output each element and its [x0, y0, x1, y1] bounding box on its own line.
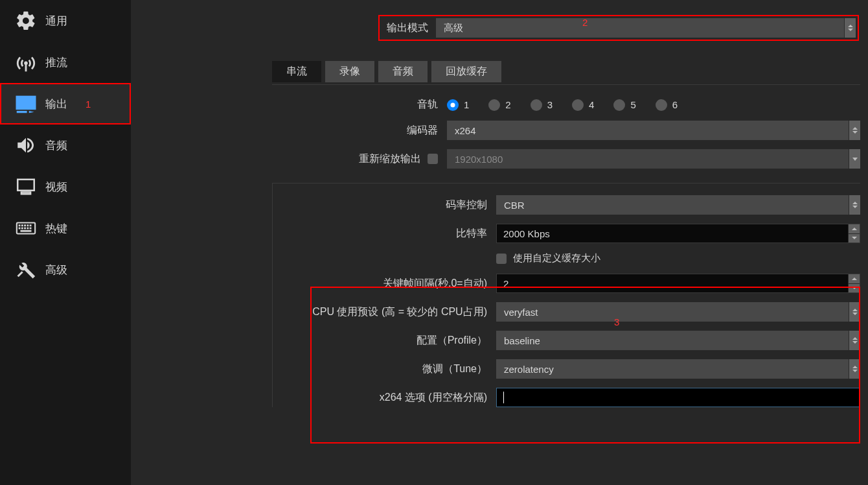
sidebar-item-label: 视频	[45, 180, 67, 195]
x264opts-label: x264 选项 (用空格分隔)	[273, 391, 496, 405]
rescale-row: 重新缩放输出 1920x1080	[272, 149, 860, 169]
profile-label: 配置（Profile）	[273, 334, 496, 348]
rescale-resolution-select[interactable]: 1920x1080	[447, 149, 860, 169]
sidebar-item-label: 音频	[45, 138, 67, 153]
output-mode-select[interactable]: 高级 2	[436, 18, 856, 38]
track-radio-6[interactable]: 6	[656, 99, 678, 111]
radio-icon	[488, 99, 500, 111]
encoder-label: 编码器	[272, 124, 447, 137]
radio-icon	[613, 99, 625, 111]
profile-select[interactable]: baseline	[496, 331, 860, 350]
dropdown-arrow-icon	[849, 359, 860, 379]
sidebar-item-label: 通用	[45, 14, 67, 29]
svg-rect-4	[24, 224, 26, 226]
tab-audio[interactable]: 音频	[378, 61, 428, 82]
monitor-icon	[13, 174, 39, 200]
profile-row: 配置（Profile） baseline	[273, 331, 860, 350]
annotation-3: 3	[614, 316, 619, 327]
sidebar-item-audio[interactable]: 音频	[0, 124, 131, 166]
annotation-1: 1	[86, 99, 91, 110]
rate-control-select[interactable]: CBR	[496, 195, 860, 215]
rate-control-row: 码率控制 CBR	[273, 195, 860, 215]
keyframe-input[interactable]: 2	[496, 274, 860, 293]
audio-track-label: 音轨	[272, 98, 447, 112]
svg-rect-5	[27, 224, 29, 226]
dropdown-arrow-icon	[849, 331, 860, 350]
bitrate-label: 比特率	[273, 227, 496, 241]
dropdown-arrow-icon	[844, 18, 856, 38]
rescale-checkbox[interactable]	[428, 154, 438, 164]
radio-icon	[531, 99, 542, 111]
output-mode-label: 输出模式	[382, 21, 436, 35]
svg-rect-9	[24, 228, 26, 230]
rate-control-label: 码率控制	[273, 198, 496, 212]
encoder-select[interactable]: x264	[447, 121, 860, 140]
output-tabs: 串流 录像 音频 回放缓存	[272, 61, 501, 82]
tab-recording[interactable]: 录像	[325, 61, 374, 82]
sidebar-item-output[interactable]: 输出 1	[0, 83, 131, 124]
bitrate-input[interactable]: 2000 Kbps	[496, 224, 860, 243]
sidebar-item-stream[interactable]: 推流	[0, 41, 131, 83]
svg-rect-7	[19, 228, 21, 230]
main-panel: 输出模式 高级 2 串流 录像 音频 回放缓存 音轨 1 2 3 4 5	[131, 0, 868, 485]
output-mode-value: 高级	[444, 22, 463, 34]
cpu-preset-row: CPU 使用预设 (高 = 较少的 CPU占用) veryfast	[273, 302, 860, 322]
tab-streaming[interactable]: 串流	[272, 61, 321, 82]
bitrate-row: 比特率 2000 Kbps	[273, 224, 860, 243]
keyframe-row: 关键帧间隔(秒,0=自动) 2	[273, 274, 860, 293]
radio-icon	[447, 99, 459, 111]
tune-label: 微调（Tune）	[273, 362, 496, 376]
keyframe-label: 关键帧间隔(秒,0=自动)	[273, 277, 496, 290]
track-radio-3[interactable]: 3	[531, 99, 553, 111]
dropdown-arrow-icon	[849, 149, 860, 169]
svg-rect-8	[21, 228, 23, 230]
x264opts-input[interactable]	[496, 388, 860, 407]
encoder-settings-panel: 码率控制 CBR 比特率 2000 Kbps	[272, 183, 860, 407]
sidebar-item-label: 高级	[45, 263, 67, 278]
sidebar-item-general[interactable]: 通用	[0, 0, 131, 41]
sidebar-item-label: 热键	[45, 221, 67, 236]
track-radio-1[interactable]: 1	[447, 99, 469, 111]
x264opts-row: x264 选项 (用空格分隔)	[273, 388, 860, 407]
dropdown-arrow-icon	[849, 195, 860, 215]
annotation-2: 2	[582, 17, 588, 28]
sidebar-item-video[interactable]: 视频	[0, 166, 131, 207]
text-cursor-icon	[503, 392, 504, 403]
audio-track-row: 音轨 1 2 3 4 5 6	[272, 98, 860, 112]
streaming-settings: 音轨 1 2 3 4 5 6 编码器 x264	[272, 84, 860, 416]
sidebar: 通用 推流 输出 1 音频 视频	[0, 0, 131, 485]
custom-buffer-checkbox[interactable]	[496, 254, 507, 264]
svg-rect-10	[27, 228, 29, 230]
rescale-label: 重新缩放输出	[272, 152, 447, 166]
tab-replay-buffer[interactable]: 回放缓存	[431, 61, 501, 82]
svg-rect-11	[30, 228, 32, 230]
track-radio-2[interactable]: 2	[488, 99, 510, 111]
spinner-arrows-icon[interactable]	[848, 224, 860, 242]
track-radio-5[interactable]: 5	[613, 99, 635, 111]
track-radio-4[interactable]: 4	[572, 99, 594, 111]
cpu-preset-select[interactable]: veryfast	[496, 302, 860, 322]
output-mode-row: 输出模式 高级 2	[378, 15, 859, 41]
radio-icon	[656, 99, 667, 111]
custom-buffer-label: 使用自定义缓存大小	[513, 252, 600, 265]
speaker-icon	[13, 132, 39, 158]
sidebar-item-label: 输出	[45, 97, 67, 112]
tools-icon	[13, 257, 39, 283]
svg-rect-2	[19, 224, 21, 226]
dropdown-arrow-icon	[849, 302, 860, 322]
svg-rect-12	[21, 230, 32, 232]
dropdown-arrow-icon	[849, 121, 860, 140]
cpu-preset-label: CPU 使用预设 (高 = 较少的 CPU占用)	[273, 305, 496, 319]
radio-icon	[572, 99, 584, 111]
spinner-arrows-icon[interactable]	[848, 274, 860, 292]
antenna-icon	[13, 49, 39, 75]
gear-icon	[13, 8, 39, 34]
svg-rect-3	[21, 224, 23, 226]
sidebar-item-hotkeys[interactable]: 热键	[0, 207, 131, 249]
tune-select[interactable]: zerolatency	[496, 359, 860, 379]
custom-buffer-row: 使用自定义缓存大小	[273, 252, 860, 265]
tune-row: 微调（Tune） zerolatency	[273, 359, 860, 379]
encoder-row: 编码器 x264	[272, 121, 860, 140]
keyboard-icon	[13, 215, 39, 241]
sidebar-item-advanced[interactable]: 高级	[0, 249, 131, 290]
